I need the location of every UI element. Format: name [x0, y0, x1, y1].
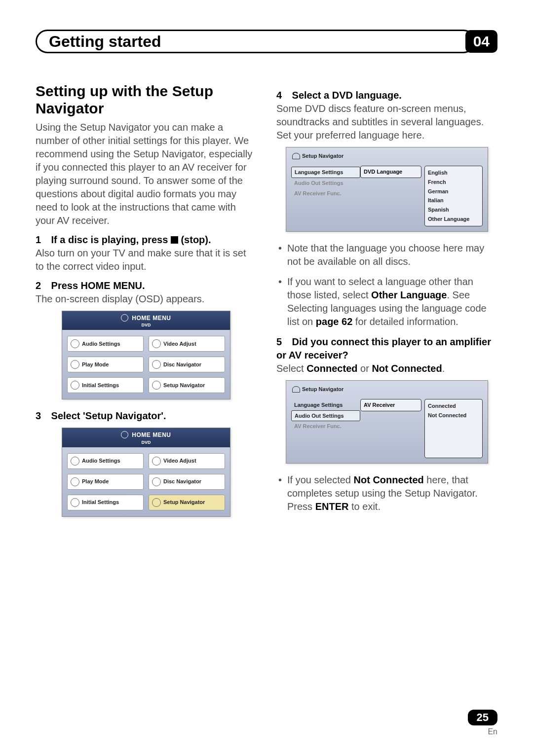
nav-icon [152, 381, 161, 390]
home-menu-grid: Audio Settings Video Adjust Play Mode Di… [62, 330, 230, 399]
page-language: En [468, 727, 497, 736]
nav-mid-label: DVD Language [360, 166, 421, 178]
nav-icon [292, 386, 300, 393]
lang-english[interactable]: English [428, 168, 479, 178]
speaker-icon [71, 339, 79, 348]
step-2-body: The on-screen display (OSD) appears. [36, 292, 257, 306]
opt-connected[interactable]: Connected [428, 401, 479, 411]
chapter-header: Getting started 04 [36, 30, 497, 53]
lang-spanish[interactable]: Spanish [428, 205, 479, 215]
gear-icon [71, 498, 79, 507]
figure-home-menu-1: HOME MENU DVD Audio Settings Video Adjus… [62, 311, 230, 399]
home-menu-title: HOME MENU DVD [62, 311, 230, 330]
note-2: If you want to select a language other t… [287, 275, 497, 328]
nav-mid-label: AV Receiver [360, 399, 421, 411]
hm-play-mode[interactable]: Play Mode [67, 357, 144, 372]
header-title: Getting started [49, 33, 161, 51]
disc-icon [121, 431, 128, 438]
tv-icon [152, 339, 161, 348]
hm-initial-settings[interactable]: Initial Settings [67, 377, 144, 393]
nav-item-language[interactable]: Language Settings [291, 400, 360, 410]
disc-icon [152, 477, 161, 486]
header-capsule: Getting started [36, 30, 475, 53]
nav-left-list: Language Settings Audio Out Settings AV … [291, 398, 360, 458]
hm-video-adjust[interactable]: Video Adjust [149, 453, 225, 469]
nav-item-av-receiver[interactable]: AV Receiver Func. [291, 188, 360, 199]
hm-setup-navigator[interactable]: Setup Navigator [149, 495, 225, 510]
nav-icon [152, 498, 161, 507]
chapter-badge: 04 [465, 30, 497, 53]
disc-icon [152, 360, 161, 369]
step-5-body: Select Connected or Not Connected. [276, 362, 497, 375]
setup-nav-title: Setup Navigator [292, 152, 483, 160]
nav-item-audio-out[interactable]: Audio Out Settings [291, 410, 360, 422]
hm-video-adjust[interactable]: Video Adjust [149, 336, 225, 352]
nav-item-av-receiver[interactable]: AV Receiver Func. [291, 421, 360, 432]
left-column: Setting up with the Setup Navigator Usin… [36, 83, 257, 527]
nav-left-list: Language Settings Audio Out Settings AV … [291, 165, 360, 226]
setup-nav-title: Setup Navigator [292, 386, 483, 393]
intro-paragraph: Using the Setup Navigator you can make a… [36, 121, 257, 227]
step-5-heading: 5 Did you connect this player to an ampl… [276, 335, 497, 362]
step-4-body: Some DVD discs feature on-screen menus, … [276, 102, 497, 142]
step-1-heading: 1 If a disc is playing, press (stop). [36, 233, 257, 247]
right-column: 4 Select a DVD language. Some DVD discs … [276, 83, 497, 527]
step-4-notes: Note that the language you choose here m… [276, 242, 497, 328]
hm-disc-navigator[interactable]: Disc Navigator [149, 474, 225, 490]
play-icon [71, 477, 79, 486]
step-1-body: Also turn on your TV and make sure that … [36, 247, 257, 273]
nav-right-list: Connected Not Connected [424, 399, 483, 458]
note-1: Note that the language you choose here m… [287, 242, 497, 268]
nav-icon [292, 153, 300, 159]
note-3: If you selected Not Connected here, that… [287, 473, 497, 513]
section-title: Setting up with the Setup Navigator [36, 83, 257, 117]
step-2-heading: 2 Press HOME MENU. [36, 279, 257, 292]
page-number: 25 [468, 710, 497, 725]
lang-french[interactable]: French [428, 178, 479, 187]
hm-disc-navigator[interactable]: Disc Navigator [149, 357, 225, 372]
nav-item-language[interactable]: Language Settings [291, 167, 360, 178]
step-5-notes: If you selected Not Connected here, that… [276, 473, 497, 513]
speaker-icon [71, 457, 79, 466]
opt-not-connected[interactable]: Not Connected [428, 411, 479, 420]
hm-audio-settings[interactable]: Audio Settings [67, 453, 144, 469]
figure-home-menu-2: HOME MENU DVD Audio Settings Video Adjus… [62, 428, 230, 516]
nav-item-audio-out[interactable]: Audio Out Settings [291, 178, 360, 188]
gear-icon [71, 381, 79, 390]
hm-play-mode[interactable]: Play Mode [67, 474, 144, 490]
home-menu-grid: Audio Settings Video Adjust Play Mode Di… [62, 447, 230, 516]
lang-german[interactable]: German [428, 187, 479, 196]
stop-icon [171, 236, 178, 244]
lang-other[interactable]: Other Language [428, 215, 479, 224]
lang-italian[interactable]: Italian [428, 196, 479, 205]
step-3-heading: 3 Select 'Setup Navigator'. [36, 409, 257, 423]
figure-setup-nav-lang: Setup Navigator Language Settings Audio … [286, 147, 488, 232]
disc-icon [121, 314, 128, 322]
page-footer: 25 En [468, 710, 497, 736]
tv-icon [152, 457, 161, 466]
nav-right-list: English French German Italian Spanish Ot… [424, 166, 483, 226]
home-menu-title: HOME MENU DVD [62, 428, 230, 447]
hm-initial-settings[interactable]: Initial Settings [67, 495, 144, 510]
play-icon [71, 360, 79, 369]
step-4-heading: 4 Select a DVD language. [276, 89, 497, 102]
figure-setup-nav-receiver: Setup Navigator Language Settings Audio … [286, 380, 488, 464]
hm-audio-settings[interactable]: Audio Settings [67, 336, 144, 352]
hm-setup-navigator[interactable]: Setup Navigator [149, 377, 225, 393]
